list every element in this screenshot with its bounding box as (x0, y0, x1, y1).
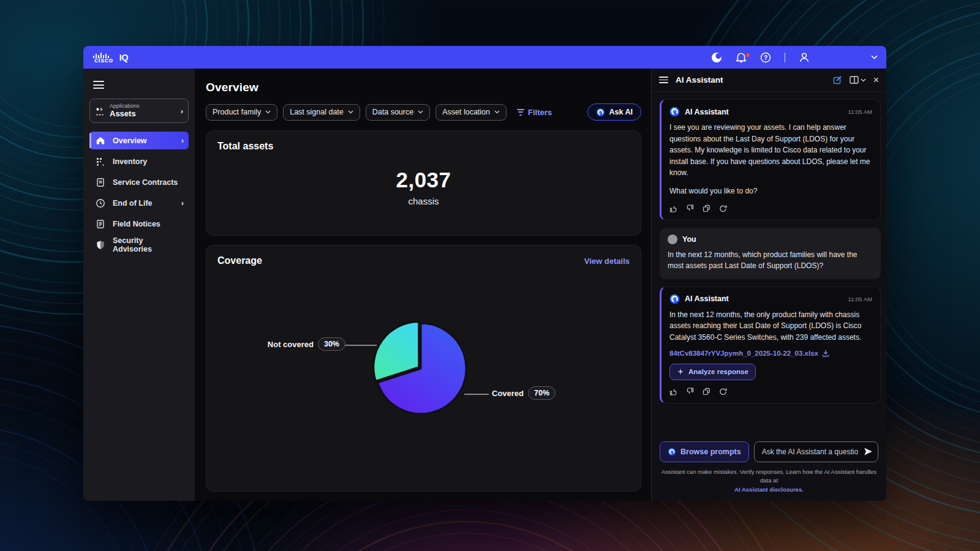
sidebar-item-end-of-life[interactable]: End of Life › (89, 194, 189, 212)
filter-last-signal-date[interactable]: Last signal date (283, 104, 360, 121)
user-account-icon[interactable] (799, 52, 810, 63)
sidebar-item-label: Security Advisories (113, 236, 184, 253)
sidebar-item-security-advisories[interactable]: Security Advisories (89, 236, 189, 253)
callout-value-badge: 30% (318, 337, 345, 351)
coverage-title: Coverage (217, 255, 262, 266)
topbar-chevron-down-icon[interactable] (871, 55, 878, 59)
chevron-down-icon (265, 110, 271, 114)
notifications-bell-icon[interactable] (736, 52, 747, 63)
filter-label: Product family (213, 108, 261, 116)
copy-icon[interactable] (703, 204, 710, 212)
page-title: Overview (206, 81, 641, 94)
ai-assistant-toggle-icon[interactable] (711, 52, 722, 63)
thumbs-down-icon[interactable] (686, 204, 694, 212)
message-sender: AI Assistant (685, 294, 729, 303)
ai-panel-title: AI Assistant (676, 75, 723, 84)
ai-avatar-icon (669, 107, 680, 117)
dock-panel-icon[interactable] (850, 76, 866, 84)
ai-panel-header: AI Assistant × (652, 69, 886, 92)
callout-label: Not covered (268, 340, 314, 349)
filters-label: Filters (528, 108, 552, 117)
filter-label: Last signal date (290, 108, 344, 116)
desktop-background: cisco IQ ? (0, 0, 980, 551)
chevron-down-icon (348, 110, 353, 114)
message-sender: AI Assistant (685, 108, 729, 116)
disclaimer-text: Assistant can make mistakes. Verify resp… (662, 468, 876, 484)
notice-document-icon (96, 219, 105, 229)
close-panel-icon[interactable]: × (873, 75, 879, 85)
chevron-right-icon: › (181, 107, 183, 116)
ask-ai-button[interactable]: Ask AI (587, 103, 641, 121)
app-switcher-label: Assets (110, 110, 140, 119)
app-window: cisco IQ ? (83, 46, 886, 501)
message-text: In the next 12 months, the only product … (669, 309, 872, 343)
sidebar-nav: Overview › Inventory (89, 132, 189, 253)
callout-label: Covered (492, 389, 524, 398)
regenerate-icon[interactable] (719, 388, 727, 395)
copy-icon[interactable] (703, 388, 710, 395)
message-text: In the next 12 months, which product fam… (668, 249, 873, 272)
message-timestamp: 11:05 AM (848, 296, 872, 302)
thumbs-up-icon[interactable] (669, 204, 677, 212)
sidebar-item-label: Field Notices (113, 220, 184, 228)
thumbs-up-icon[interactable] (669, 388, 677, 395)
assistant-disclaimer: Assistant can make mistakes. Verify resp… (652, 468, 886, 495)
analyze-response-button[interactable]: Analyze response (669, 364, 756, 380)
callout-value-badge: 70% (528, 386, 556, 400)
home-icon (96, 136, 105, 146)
view-details-link[interactable]: View details (584, 257, 630, 266)
funnel-icon (517, 109, 524, 116)
regenerate-icon[interactable] (719, 204, 727, 212)
filter-label: Data source (372, 108, 413, 116)
total-assets-card: Total assets 2,037 chassis (206, 130, 641, 236)
filter-asset-location[interactable]: Asset location (435, 104, 507, 121)
disclosures-link[interactable]: AI Assistant disclosures. (734, 486, 804, 493)
message-sender: You (682, 235, 696, 244)
filter-row: Product family Last signal date Data sou… (206, 103, 641, 121)
sidebar-item-field-notices[interactable]: Field Notices (89, 215, 189, 233)
total-assets-value: 2,037 (396, 168, 451, 192)
cisco-logo-text: cisco (94, 57, 113, 64)
chevron-down-icon (494, 110, 500, 114)
shield-icon (96, 240, 105, 250)
attachment-filename: 84tCv83847rYVJpymh_0_2025-10-22_03.xlsx (669, 350, 818, 357)
ai-logo-icon (596, 108, 605, 117)
message-timestamp: 11:05 AM (848, 108, 872, 115)
send-icon[interactable] (864, 447, 873, 456)
filter-data-source[interactable]: Data source (366, 104, 430, 121)
chevron-down-icon (418, 110, 423, 114)
sidebar: Applications Assets › Overview › (83, 69, 195, 501)
ai-logo-icon (668, 448, 676, 456)
sidebar-item-overview[interactable]: Overview › (89, 132, 189, 149)
message-text: I see you are reviewing your assets. I c… (669, 122, 872, 179)
ai-message: AI Assistant 11:05 AM In the next 12 mon… (660, 287, 881, 403)
sidebar-item-label: Overview (113, 137, 174, 145)
top-bar: cisco IQ ? (83, 46, 886, 69)
ask-question-input[interactable] (754, 441, 878, 462)
filters-button[interactable]: Filters (517, 108, 552, 117)
thumbs-down-icon[interactable] (686, 388, 694, 395)
help-icon[interactable]: ? (760, 52, 771, 63)
main-content: Overview Product family Last signal date… (195, 69, 651, 501)
app-switcher[interactable]: Applications Assets › (89, 99, 189, 123)
chevron-right-icon: › (181, 198, 184, 208)
sidebar-menu-toggle[interactable] (93, 81, 104, 89)
topbar-divider (785, 53, 785, 62)
composer: Browse prompts (652, 441, 886, 462)
attachment-link[interactable]: 84tCv83847rYVJpymh_0_2025-10-22_03.xlsx (669, 350, 872, 357)
message-actions (669, 204, 872, 212)
download-icon (822, 350, 829, 357)
panel-menu-icon[interactable] (659, 77, 668, 83)
coverage-card: Coverage View details Not covered 30% Co… (206, 245, 641, 492)
ai-avatar-icon (669, 294, 680, 304)
new-chat-icon[interactable] (833, 75, 842, 84)
sidebar-item-service-contracts[interactable]: Service Contracts (89, 173, 189, 191)
message-actions (669, 388, 872, 395)
browse-prompts-button[interactable]: Browse prompts (660, 441, 749, 462)
ai-assistant-panel: AI Assistant × (651, 69, 886, 501)
filter-product-family[interactable]: Product family (206, 104, 277, 121)
chevron-down-icon (861, 78, 866, 82)
coverage-pie-chart (365, 313, 477, 424)
applications-icon (95, 106, 105, 116)
sidebar-item-inventory[interactable]: Inventory (89, 152, 189, 170)
